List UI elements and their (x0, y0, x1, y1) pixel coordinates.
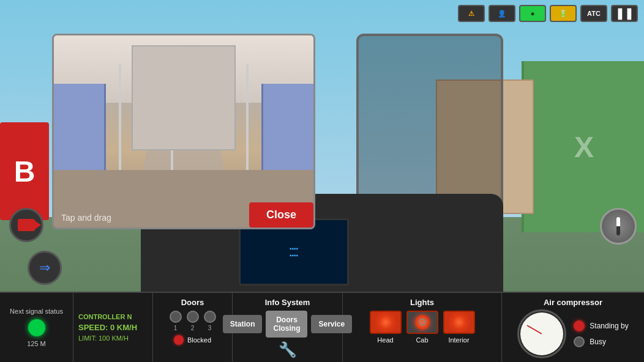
controller-label: CONTROLLER N (78, 313, 148, 320)
interior-view (54, 35, 313, 227)
limit-display: LIMIT: 100 KM/H (78, 334, 148, 342)
close-button[interactable]: Close (249, 202, 313, 227)
head-light-label: Head (377, 336, 393, 344)
doors-title: Doors (181, 298, 204, 307)
game-view: ⚠ 👤 ● 🔋 ATC ❚❚ B ⇒ (0, 0, 644, 362)
pause-button[interactable]: ❚❚ (611, 5, 638, 22)
seat-left (54, 84, 106, 170)
lights-buttons: Head ⚙ Cab Interior (370, 311, 475, 344)
signal-section: Next signal status 125 M (0, 293, 73, 362)
building-green (522, 61, 644, 232)
controller-section: CONTROLLER N SPEED: 0 KM/H LIMIT: 100 KM… (73, 293, 153, 362)
top-hud: ⚠ 👤 ● 🔋 ATC ❚❚ (458, 5, 638, 22)
door-3-num: 3 (208, 325, 212, 331)
seat-right (261, 84, 313, 170)
b-panel[interactable]: B (0, 122, 49, 220)
warning-button[interactable]: ⚠ (458, 5, 485, 22)
info-system-section: Info System Station DoorsClosing Service… (233, 293, 343, 362)
atc-label: ATC (587, 10, 601, 17)
station-button[interactable]: Station (223, 315, 263, 333)
nav-button[interactable]: ⇒ (28, 251, 62, 285)
standing-by-dot (574, 320, 585, 331)
compressor-content: Standing by Busy (517, 309, 628, 358)
head-light-indicator (370, 311, 402, 334)
cab-light-btn[interactable]: ⚙ Cab (406, 311, 438, 344)
green-status-button[interactable]: ● (519, 5, 546, 22)
lights-title: Lights (410, 298, 434, 307)
pole-1 (119, 64, 121, 179)
camera-button[interactable] (9, 208, 43, 242)
door-2-num: 2 (191, 325, 195, 331)
lights-section: Lights Head ⚙ Cab Interior (343, 293, 502, 362)
door-2-indicator: 2 (187, 311, 199, 331)
interior-camera-popup: Tap and drag Close (52, 34, 315, 229)
back-wall (132, 45, 236, 151)
person-icon: 👤 (498, 10, 506, 18)
compass-needle (616, 217, 620, 235)
person-button[interactable]: 👤 (489, 5, 515, 22)
battery-button[interactable]: 🔋 (550, 5, 577, 22)
green-icon: ● (531, 10, 535, 17)
interior-light-indicator (443, 311, 475, 334)
busy-dot (574, 336, 585, 347)
busy-row: Busy (574, 336, 628, 347)
standing-by-label: Standing by (590, 322, 628, 330)
interior-light-btn[interactable]: Interior (443, 311, 475, 344)
door-3-indicator: 3 (204, 311, 216, 331)
standing-by-row: Standing by (574, 320, 628, 331)
pole-3 (246, 64, 249, 179)
gauge-needle (527, 325, 542, 334)
doors-closing-button[interactable]: DoorsClosing (266, 311, 307, 338)
compressor-section: Air compressor Standing by Busy (502, 293, 644, 362)
blocked-row: Blocked (174, 335, 211, 345)
bottom-hud: Next signal status 125 M CONTROLLER N SP… (0, 292, 644, 362)
blocked-label: Blocked (187, 336, 211, 344)
signal-title: Next signal status (10, 308, 63, 316)
interior-light-label: Interior (448, 336, 469, 344)
tap-drag-label: Tap and drag (61, 213, 111, 223)
gauge-face (520, 312, 563, 355)
compressor-title: Air compressor (544, 298, 602, 307)
speed-display: SPEED: 0 KM/H (78, 323, 148, 332)
door-2-light (187, 311, 199, 323)
door-1-num: 1 (174, 325, 178, 331)
camera-icon (18, 219, 35, 231)
cab-knob-icon: ⚙ (417, 316, 427, 329)
compass[interactable] (600, 208, 637, 245)
warning-icon: ⚠ (468, 10, 474, 18)
door-1-light (170, 311, 182, 323)
wrench-icon: 🔧 (279, 341, 297, 358)
pause-icon: ❚❚ (615, 7, 634, 20)
nav-icon: ⇒ (39, 260, 50, 276)
signal-distance: 125 M (27, 340, 46, 347)
b-label: B (14, 155, 36, 188)
cab-light-indicator: ⚙ (406, 311, 438, 334)
blocked-indicator (174, 335, 184, 345)
battery-icon: 🔋 (559, 10, 567, 18)
compressor-status-list: Standing by Busy (574, 320, 628, 347)
pressure-gauge (517, 309, 566, 358)
door-indicators: 1 2 3 (170, 311, 216, 331)
signal-light (28, 319, 45, 336)
doors-section: Doors 1 2 3 Blocked (153, 293, 233, 362)
screen-display: ▪▪▪▪▪▪▪▪ (290, 245, 298, 259)
info-system-title: Info System (265, 298, 310, 307)
busy-label: Busy (590, 338, 606, 346)
head-light-btn[interactable]: Head (370, 311, 402, 344)
door-1-indicator: 1 (170, 311, 182, 331)
info-buttons: Station DoorsClosing Service (223, 311, 352, 338)
cab-light-label: Cab (416, 336, 428, 344)
atc-button[interactable]: ATC (580, 5, 607, 22)
door-3-light (204, 311, 216, 323)
